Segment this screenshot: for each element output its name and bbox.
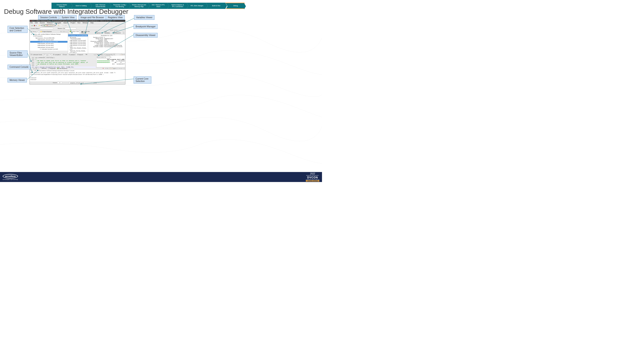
tree-item[interactable]: ▾ ■ vexpress_v9.core.cpu3 [30, 47, 68, 48]
minimize-icon[interactable]: ▫ ▢ [123, 31, 125, 34]
ide-window: ws_1 - Helium Software Debug - /lan/cva/… [30, 20, 126, 84]
properties-tab[interactable]: ▢ Properties [48, 68, 56, 70]
callout-source-files: Source Files Viewer/Editor [8, 51, 28, 58]
menu-refactor[interactable]: Refactor [47, 22, 52, 24]
icount-label: ICount: [53, 82, 57, 83]
variables-tab[interactable]: (x)= Variables [104, 31, 112, 34]
location-input[interactable] [97, 56, 110, 58]
code-editor[interactable]: 395rcu_scheduler_starting();396/*397 * W… [30, 56, 96, 68]
editor-controls-icon[interactable]: ▫ ▢ [94, 54, 96, 56]
project-explorer-tab[interactable]: 📁 Project Explorer [40, 31, 52, 33]
reason-label: Reason: [58, 28, 62, 29]
code-line[interactable]: 399 * we schedule it before we create kt… [30, 63, 96, 65]
footer: accellera SYSTEMS INITIATIVE 2022 DESIGN… [0, 172, 322, 182]
console-stop-icon[interactable]: ■ [103, 68, 104, 70]
window-icon [30, 21, 32, 21]
console-body[interactable]: esw vexpress_v9.core.cpu0 vexpress_v9.co… [30, 72, 125, 81]
tree-item[interactable]: ▾ 🔧 Linux_with_symbol [Helium Software D… [30, 33, 68, 35]
dropdown-icon[interactable]: ▾ [36, 25, 36, 26]
system-view-tab[interactable]: 🌳 System View ✕ [68, 30, 80, 34]
tab-extra: "20 [85, 54, 87, 56]
tab-head-s[interactable]: ⓢ head.S [77, 54, 84, 56]
menu-navigate[interactable]: Navigate [55, 22, 61, 24]
code-line[interactable]: 398 * the init task will end up wanting … [30, 62, 96, 63]
registers-tab[interactable]: ⫯⫯⫯ Registers [95, 31, 103, 34]
menu-edit[interactable]: Edit [35, 22, 38, 24]
pause-icon[interactable]: ⏸ [46, 25, 47, 26]
disasm-icons[interactable]: ⌂ 📋 ⊞ ▾ [120, 54, 125, 55]
code-line[interactable]: 397 * We need to spawn init first so tha… [30, 60, 96, 62]
menu-window[interactable]: Window [82, 22, 88, 24]
step-into-icon[interactable]: ↘ [48, 25, 50, 26]
sysview-item[interactable]: ▸ ⫯⫯ ARM_Fast_Models_Global_ [68, 46, 88, 49]
system-view-tree[interactable]: ▾ ▪ vexpress_v9.core [HELIUM] ⊏ Ports(4)… [68, 35, 88, 53]
sysview-item[interactable]: ▸ ⫯⫯ Verbosity_Format_Global_ [68, 49, 88, 52]
sysview-header[interactable]: ▾ ▪ vexpress_v9.core [HELIUM] [68, 35, 88, 37]
code-line[interactable]: 400 */ [30, 65, 96, 66]
sysview-item[interactable]: ▸ ■ vexpress_v9.core.cpu3 [68, 44, 88, 46]
sysview-item[interactable]: ▸ ■ vexpress_v9.core.cpu2 [68, 43, 88, 44]
menubar[interactable]: File Edit Source Refactor Navigate Searc… [30, 22, 125, 24]
console-toolbar-icons[interactable]: ✕ ⚙ | ▫ 📋 📋 ▦ ⊞ | ▢ ▾ ▫ ▾ | ▫ ▢ [105, 68, 125, 70]
callout-system-view: System View [60, 15, 76, 20]
reason-input[interactable] [63, 28, 76, 29]
menu-source[interactable]: Source [40, 22, 44, 24]
image-browser-tab[interactable]: 📷 Image File Browser [81, 31, 94, 34]
console-line [30, 76, 125, 77]
outline-tab[interactable]: ⊞ Outline [97, 54, 103, 55]
current-status-input[interactable] [40, 28, 53, 29]
statusbar-core: vexpress_v9.core.cpu0 [69, 82, 85, 84]
stop-icon[interactable]: ■ [47, 25, 48, 26]
session-controls[interactable]: ▶ ⏸ ■ ↘ ↷ ↗ [40, 25, 56, 27]
menu-file[interactable]: File [30, 22, 32, 24]
tab-list-h[interactable]: ⓗ list.h [62, 54, 68, 56]
disassembly-tab[interactable]: ⫯⫯ Disassembly ✕ [103, 54, 115, 56]
slide-title: Debug Software with Integrated Debugger [4, 8, 128, 15]
sysview-item[interactable]: ▸ ■ vexpress_v9.core.cpu0 [68, 40, 88, 41]
menu-help[interactable]: Help [90, 22, 94, 24]
tab-compiler-h[interactable]: ⓗ compiler.h [52, 54, 61, 56]
quick-access-input[interactable]: Quick Access [109, 29, 118, 31]
run-icon[interactable]: ▶ [32, 25, 33, 26]
dvcon-logo: 2022 DESIGN AND VERIFICATION™ DVCON CONF… [306, 172, 319, 181]
tab-ptrace-h[interactable]: ⓒ ptrace.h [68, 54, 76, 56]
menu-search[interactable]: Search [63, 22, 68, 24]
code-line[interactable]: 396/* [30, 58, 96, 60]
menu-run[interactable]: Run [78, 22, 80, 24]
tree-item[interactable]: ≡ <unknown function>() at 0x0 [30, 41, 68, 43]
sysview-item[interactable]: ⊏ Ports(4) [68, 37, 88, 38]
step-out-icon[interactable]: ↗ [52, 25, 53, 26]
memory-tab[interactable]: ▫ Memory [41, 68, 46, 70]
tab-unknown-func[interactable]: ⓒ <unknown functi [30, 54, 42, 56]
tree-item[interactable]: ▸ ■ vexpress_v9.core.cpu1 [30, 43, 68, 45]
window-titlebar: ws_1 - Helium Software Debug - /lan/cva/… [30, 20, 125, 22]
debug-tab[interactable]: ⚙ Debug ✕ [30, 30, 39, 33]
icount-value: 0 [58, 82, 62, 84]
debug-icon[interactable]: 🐞 [34, 25, 35, 26]
save-icon[interactable]: ▫ [30, 25, 31, 26]
tab-main-c[interactable]: ⓒ main.c ✕ [43, 54, 52, 56]
disasm-line: 0000000000000000:MOVx1,#0x80000 [97, 60, 125, 62]
breakpoints-tab[interactable]: ●◦ Breakpoints [113, 31, 122, 34]
disasm-line: 0000000000000004:BRx1 [97, 62, 125, 63]
call-hierarchy-tab[interactable]: 🌿 Call Hierarchy [57, 68, 67, 70]
menu-project[interactable]: Project [70, 22, 76, 24]
code-line[interactable]: 395rcu_scheduler_starting(); [30, 57, 96, 58]
step-over-icon[interactable]: ↷ [50, 25, 51, 26]
callout-registers-view: Registers View [106, 15, 125, 20]
resume-icon[interactable]: ▶ [44, 25, 45, 26]
sysview-item[interactable]: ▸ ■ vexpress_v9.core.cpu1 [68, 41, 88, 43]
tree-item[interactable]: ▾ ⚙ Processors [30, 35, 68, 37]
tree-item[interactable]: ▾ ■ vexpress_v9.core [HELIUM] [30, 37, 68, 39]
tree-item[interactable]: ▸ ■ vexpress_v9.core.cpu2 [30, 45, 68, 46]
tree-item[interactable]: ▾ ■ vexpress_v9.core.cpu0 [30, 39, 68, 41]
sysview-item[interactable]: ▸ ⫯⫯ uart_0 [68, 52, 88, 53]
tab-toolbar-icons[interactable]: ⚙ ↕ ⇅ ▾ ▫ ▢ [60, 31, 68, 32]
statusbar: ICount: 0 vexpress_v9.core.cpu0 vmlinux [30, 82, 125, 84]
console-line: esw vexpress_v9.core.cpu0 vexpress_v9.co… [30, 72, 125, 74]
console-tab[interactable]: ▢ Console ✕ [30, 68, 40, 70]
tree-item[interactable]: ≡ <unknown function>() at 0x0 [30, 48, 68, 50]
debug-tree[interactable]: ▾ 🔧 Linux_with_symbol [Helium Software D… [30, 33, 68, 51]
toolbar: ▫ ▶ 🐞 ▾ ⚡ ▶ ⏸ ■ ↘ ↷ ↗ ⤴ ⤵ ⤺ ⤻ ▾ [30, 24, 125, 27]
callout-memory-viewer: Memory Viewer [8, 78, 27, 82]
